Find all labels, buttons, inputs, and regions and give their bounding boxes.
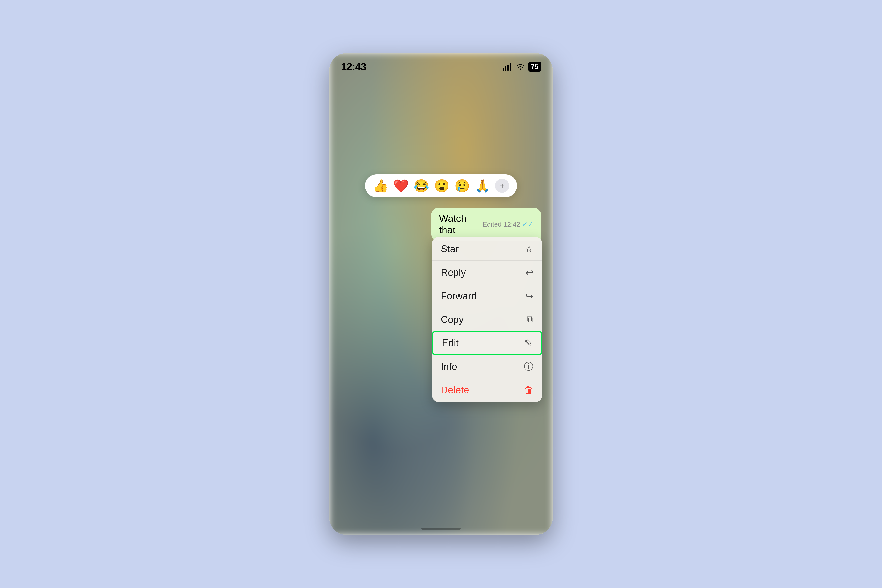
forward-icon: ↪ — [525, 291, 533, 302]
menu-item-edit[interactable]: Edit ✎ — [432, 331, 542, 355]
star-icon: ☆ — [525, 243, 533, 254]
edit-icon: ✎ — [525, 338, 532, 348]
menu-item-star[interactable]: Star ☆ — [432, 237, 542, 261]
signal-icon — [502, 63, 512, 70]
emoji-thumbsup[interactable]: 👍 — [373, 180, 388, 192]
menu-item-reply-label: Reply — [441, 267, 466, 278]
menu-item-delete[interactable]: Delete 🗑 — [432, 378, 542, 402]
edited-label: Edited — [483, 220, 502, 228]
status-icons: 75 — [502, 62, 541, 72]
home-indicator — [422, 528, 460, 530]
copy-icon: ⧉ — [526, 314, 533, 325]
emoji-reaction-bar: 👍 ❤️ 😂 😮 😢 🙏 + — [365, 174, 517, 197]
message-text: Watch that — [439, 213, 479, 236]
svg-rect-1 — [505, 66, 507, 70]
menu-item-edit-label: Edit — [442, 338, 459, 349]
svg-rect-3 — [510, 63, 511, 70]
menu-item-info-label: Info — [441, 361, 457, 372]
context-menu: Star ☆ Reply ↩ Forward ↪ Copy ⧉ Edit ✎ I… — [432, 237, 542, 402]
emoji-wow[interactable]: 😮 — [434, 180, 450, 192]
phone-frame: 12:43 75 👍 ❤️ 😂 😮 😢 🙏 + — [329, 53, 553, 535]
menu-item-delete-label: Delete — [441, 384, 469, 396]
emoji-laugh[interactable]: 😂 — [414, 180, 429, 192]
menu-item-star-label: Star — [441, 243, 459, 255]
status-bar: 12:43 75 — [329, 53, 553, 75]
reply-icon: ↩ — [525, 267, 533, 278]
delete-icon: 🗑 — [524, 385, 533, 396]
menu-item-reply[interactable]: Reply ↩ — [432, 261, 542, 284]
emoji-heart[interactable]: ❤️ — [393, 180, 409, 192]
menu-item-copy-label: Copy — [441, 314, 464, 325]
message-bubble: Watch that Edited 12:42 ✓✓ — [431, 208, 541, 241]
svg-rect-2 — [507, 64, 509, 70]
message-time: 12:42 — [504, 220, 520, 228]
message-meta: Edited 12:42 ✓✓ — [483, 220, 533, 228]
menu-item-forward-label: Forward — [441, 290, 477, 302]
emoji-cry[interactable]: 😢 — [454, 180, 470, 192]
menu-item-copy[interactable]: Copy ⧉ — [432, 308, 542, 331]
read-receipt-icon: ✓✓ — [522, 220, 533, 228]
info-icon: ⓘ — [524, 360, 533, 373]
status-time: 12:43 — [341, 61, 366, 72]
emoji-pray[interactable]: 🙏 — [475, 180, 490, 192]
battery-badge: 75 — [528, 62, 541, 72]
svg-point-4 — [520, 69, 521, 70]
wifi-icon — [516, 63, 525, 70]
emoji-more-button[interactable]: + — [495, 179, 509, 193]
menu-item-forward[interactable]: Forward ↪ — [432, 284, 542, 308]
svg-rect-0 — [502, 68, 504, 70]
menu-item-info[interactable]: Info ⓘ — [432, 355, 542, 378]
